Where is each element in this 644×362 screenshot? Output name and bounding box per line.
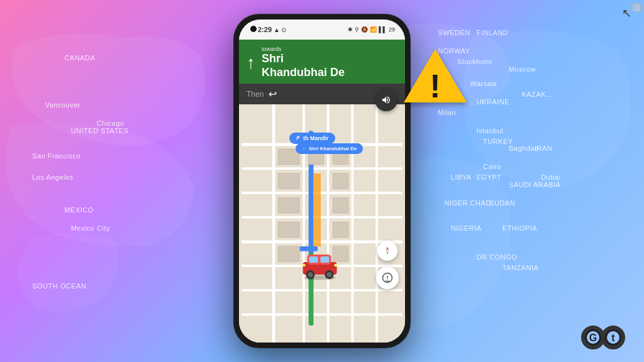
status-icons: ✱ ⚲ 🔕 📶 ▌▌ 29 <box>348 26 395 33</box>
car-illustration <box>298 248 342 280</box>
wifi-icon: 📶 <box>370 26 377 33</box>
location-icon: ⚲ <box>355 26 359 33</box>
svg-rect-28 <box>313 173 321 246</box>
warning-badge: ! <box>401 46 470 109</box>
svg-text:t: t <box>611 332 615 343</box>
svg-rect-5 <box>242 240 402 243</box>
mute-icon: 🔕 <box>361 26 368 33</box>
report-icon <box>382 272 393 283</box>
battery-icon: 29 <box>389 26 395 33</box>
status-nav-icon: ▲ <box>274 26 280 33</box>
svg-rect-39 <box>309 256 318 263</box>
status-location-icon: ⊙ <box>281 26 286 33</box>
sound-icon <box>381 95 391 105</box>
then-label: Then <box>247 90 264 99</box>
logo-t-letter: t <box>601 326 625 349</box>
svg-rect-20 <box>278 173 299 189</box>
turn-arrow-icon: ↱ <box>296 135 301 141</box>
svg-rect-40 <box>321 256 330 263</box>
logo-t-svg: t <box>604 329 622 346</box>
dest-label-text: Shri Khandubhai De <box>309 146 357 151</box>
report-button[interactable] <box>376 266 399 289</box>
nav-destination-text: Shri Khandubhai De <box>262 52 397 79</box>
svg-rect-24 <box>278 222 299 237</box>
camera-hole <box>250 26 257 32</box>
status-bar: 2:29 ▲ ⊙ ✱ ⚲ 🔕 📶 ▌▌ 29 <box>239 19 405 40</box>
svg-rect-46 <box>303 264 306 266</box>
svg-rect-45 <box>335 264 338 266</box>
car-container <box>298 248 342 280</box>
nav-towards-label: towards <box>262 46 397 52</box>
svg-rect-2 <box>242 167 402 170</box>
svg-point-44 <box>327 272 332 277</box>
svg-point-33 <box>387 279 388 280</box>
guiding-tech-logo: G t <box>581 326 625 349</box>
svg-rect-26 <box>278 246 299 261</box>
svg-rect-23 <box>333 198 348 213</box>
chrome-btn-1[interactable] <box>632 3 641 12</box>
svg-rect-4 <box>242 216 402 219</box>
phone-wrapper: ↱ th Mandir ← Shri Khandubhai De <box>234 14 410 348</box>
svg-marker-30 <box>386 251 389 255</box>
nav-text: towards Shri Khandubhai De <box>262 46 397 79</box>
svg-rect-22 <box>278 198 299 213</box>
svg-point-42 <box>308 272 313 277</box>
then-turn-arrow: ↩ <box>269 88 277 100</box>
compass-button[interactable] <box>377 241 397 261</box>
signal-icon: ▌▌ <box>379 26 387 33</box>
destination-line1: Shri <box>262 52 284 65</box>
svg-marker-29 <box>386 246 389 251</box>
svg-text:G: G <box>589 332 597 343</box>
logo-g-svg: G <box>584 329 602 346</box>
warning-triangle-svg: ! <box>401 46 470 109</box>
sound-button[interactable] <box>375 89 397 111</box>
svg-rect-21 <box>333 173 348 189</box>
status-time: 2:29 <box>258 26 272 33</box>
nav-header: ↑ towards Shri Khandubhai De <box>239 40 405 85</box>
svg-text:!: ! <box>430 68 440 104</box>
chrome-corner <box>632 3 641 12</box>
turn-bubble: ↱ th Mandir <box>289 133 335 144</box>
nav-direction-icon: ↑ <box>247 53 255 73</box>
compass-icon <box>382 245 393 256</box>
destination-label: ← Shri Khandubhai De <box>296 143 363 154</box>
svg-rect-3 <box>242 192 402 194</box>
svg-rect-8 <box>242 314 402 316</box>
dest-label-arrow: ← <box>302 146 307 151</box>
turn-bubble-label: th Mandir <box>303 135 329 141</box>
destination-line2: Khandubhai De <box>262 66 345 79</box>
svg-rect-25 <box>333 222 348 237</box>
bluetooth-icon: ✱ <box>348 26 353 33</box>
svg-rect-7 <box>242 289 402 292</box>
phone-outer: ↱ th Mandir ← Shri Khandubhai De <box>234 14 410 348</box>
phone-screen: ↱ th Mandir ← Shri Khandubhai De <box>239 19 405 343</box>
